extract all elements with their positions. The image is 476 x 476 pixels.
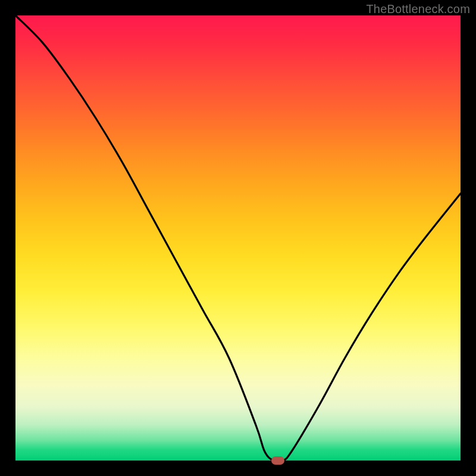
- curve-layer: [15, 15, 461, 461]
- attribution-text: TheBottleneck.com: [366, 2, 470, 16]
- minimum-marker: [271, 456, 284, 465]
- chart-frame: TheBottleneck.com: [0, 0, 476, 476]
- plot-area: [15, 15, 461, 461]
- bottleneck-curve: [15, 15, 461, 462]
